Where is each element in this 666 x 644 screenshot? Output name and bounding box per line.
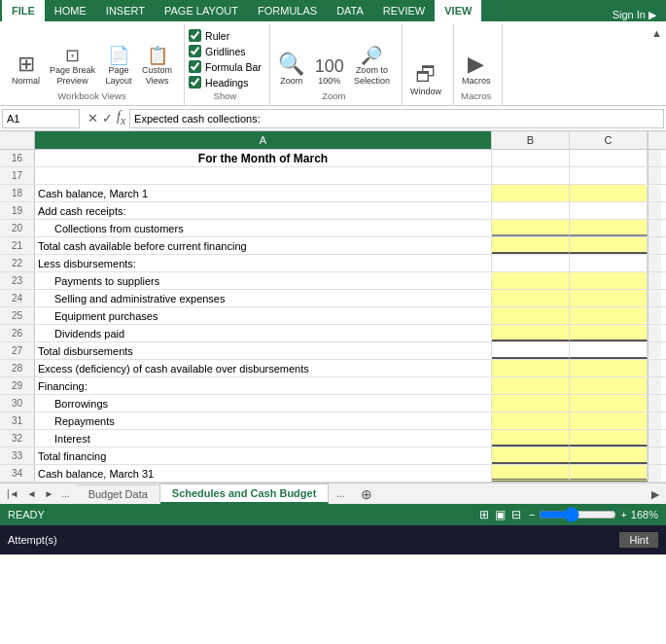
cell-c31[interactable] — [570, 412, 648, 429]
ruler-check[interactable] — [189, 29, 201, 42]
tab-page-layout[interactable]: PAGE LAYOUT — [155, 0, 248, 21]
cell-a23[interactable]: Payments to suppliers — [35, 272, 492, 289]
nav-first-button[interactable]: |◄ — [4, 487, 22, 500]
cell-b16[interactable] — [492, 150, 570, 166]
cell-c29[interactable] — [570, 377, 648, 394]
cell-a28[interactable]: Excess (deficiency) of cash available ov… — [35, 360, 492, 376]
insert-function-icon[interactable]: fx — [117, 109, 125, 127]
cell-c18[interactable] — [570, 185, 648, 201]
add-sheet-button[interactable]: ⊕ — [353, 483, 380, 505]
cell-a21[interactable]: Total cash available before current fina… — [35, 237, 492, 254]
tab-data[interactable]: DATA — [327, 0, 373, 21]
cell-a32[interactable]: Interest — [35, 430, 492, 447]
zoom-button[interactable]: 🔍 Zoom — [274, 52, 309, 89]
confirm-formula-icon[interactable]: ✓ — [102, 111, 113, 125]
tab-insert[interactable]: INSERT — [96, 0, 155, 21]
formula-bar-checkbox[interactable]: Formula Bar — [189, 60, 262, 73]
cell-a31[interactable]: Repayments — [35, 412, 492, 429]
cell-c23[interactable] — [570, 272, 648, 289]
cell-a17[interactable] — [35, 167, 492, 184]
tab-review[interactable]: REVIEW — [373, 0, 435, 21]
cell-a16[interactable]: For the Month of March — [35, 150, 492, 166]
normal-view-icon[interactable]: ⊞ — [479, 508, 489, 521]
zoom-selection-button[interactable]: 🔎 Zoom toSelection — [350, 45, 394, 89]
tab-home[interactable]: HOME — [45, 0, 96, 21]
cell-c30[interactable] — [570, 395, 648, 411]
cell-a33[interactable]: Total financing — [35, 447, 492, 464]
cell-b30[interactable] — [492, 395, 570, 411]
cell-c24[interactable] — [570, 290, 648, 306]
cell-c25[interactable] — [570, 307, 648, 324]
sheet-tab-budget-data[interactable]: Budget Data — [77, 484, 160, 503]
cell-c34[interactable] — [570, 465, 648, 482]
cell-a27[interactable]: Total disbursements — [35, 342, 492, 359]
cell-b21[interactable] — [492, 237, 570, 254]
cell-c20[interactable] — [570, 220, 648, 236]
page-layout-view-icon[interactable]: ▣ — [495, 508, 506, 521]
nav-next-button[interactable]: ► — [41, 487, 56, 500]
cell-a30[interactable]: Borrowings — [35, 395, 492, 411]
zoom-minus-button[interactable]: − — [529, 509, 535, 520]
cell-b31[interactable] — [492, 412, 570, 429]
col-header-b[interactable]: B — [492, 131, 570, 149]
page-layout-button[interactable]: 📄 PageLayout — [101, 45, 136, 89]
cell-b23[interactable] — [492, 272, 570, 289]
cell-b26[interactable] — [492, 325, 570, 341]
tab-view[interactable]: VIEW — [435, 0, 481, 21]
sign-in-button[interactable]: Sign In ▶ — [603, 9, 666, 21]
cell-b22[interactable] — [492, 255, 570, 271]
cell-b29[interactable] — [492, 377, 570, 394]
cell-c27[interactable] — [570, 342, 648, 359]
collapse-ribbon-button[interactable]: ▲ — [648, 23, 666, 105]
cell-b33[interactable] — [492, 447, 570, 464]
window-button[interactable]: 🗗 Window — [406, 62, 445, 99]
headings-check[interactable] — [189, 76, 201, 89]
cell-b32[interactable] — [492, 430, 570, 447]
cell-a19[interactable]: Add cash receipts: — [35, 202, 492, 219]
cell-b24[interactable] — [492, 290, 570, 306]
tab-file[interactable]: FILE — [2, 0, 45, 21]
cell-c26[interactable] — [570, 325, 648, 341]
cell-a24[interactable]: Selling and administrative expenses — [35, 290, 492, 306]
cell-a25[interactable]: Equipment purchases — [35, 307, 492, 324]
cell-b34[interactable] — [492, 465, 570, 482]
gridlines-check[interactable] — [189, 45, 201, 57]
cell-c33[interactable] — [570, 447, 648, 464]
zoom-slider[interactable] — [539, 507, 616, 522]
cell-b18[interactable] — [492, 185, 570, 201]
cell-b20[interactable] — [492, 220, 570, 236]
custom-views-button[interactable]: 📋 CustomViews — [138, 45, 176, 89]
tab-formulas[interactable]: FORMULAS — [248, 0, 327, 21]
cell-c19[interactable] — [570, 202, 648, 219]
sheet-tab-schedules[interactable]: Schedules and Cash Budget — [160, 483, 330, 504]
cell-b27[interactable] — [492, 342, 570, 359]
page-break-button[interactable]: ⊡ Page BreakPreview — [46, 45, 99, 89]
cell-c22[interactable] — [570, 255, 648, 271]
ruler-checkbox[interactable]: Ruler — [189, 29, 262, 42]
cell-b17[interactable] — [492, 167, 570, 184]
nav-prev-button[interactable]: ◄ — [24, 487, 40, 500]
cell-b28[interactable] — [492, 360, 570, 376]
page-break-view-icon[interactable]: ⊟ — [511, 508, 521, 521]
cell-a20[interactable]: Collections from customers — [35, 220, 492, 236]
cell-a18[interactable]: Cash balance, March 1 — [35, 185, 492, 201]
hint-button[interactable]: Hint — [619, 532, 658, 548]
cell-a22[interactable]: Less disbursements: — [35, 255, 492, 271]
col-header-c[interactable]: C — [570, 131, 648, 149]
cell-c21[interactable] — [570, 237, 648, 254]
formula-bar-check[interactable] — [189, 60, 201, 73]
cell-b19[interactable] — [492, 202, 570, 219]
cell-c16[interactable] — [570, 150, 648, 166]
nav-more-button[interactable]: ... — [58, 487, 72, 500]
cell-a29[interactable]: Financing: — [35, 377, 492, 394]
headings-checkbox[interactable]: Headings — [189, 76, 262, 89]
cell-a26[interactable]: Dividends paid — [35, 325, 492, 341]
zoom-100-button[interactable]: 100 100% — [311, 55, 348, 89]
col-header-a[interactable]: A — [35, 131, 492, 149]
cell-b25[interactable] — [492, 307, 570, 324]
cancel-formula-icon[interactable]: ✕ — [88, 111, 98, 125]
cell-c17[interactable] — [570, 167, 648, 184]
cell-a34[interactable]: Cash balance, March 31 — [35, 465, 492, 482]
cell-c28[interactable] — [570, 360, 648, 376]
zoom-plus-button[interactable]: + — [620, 509, 626, 520]
